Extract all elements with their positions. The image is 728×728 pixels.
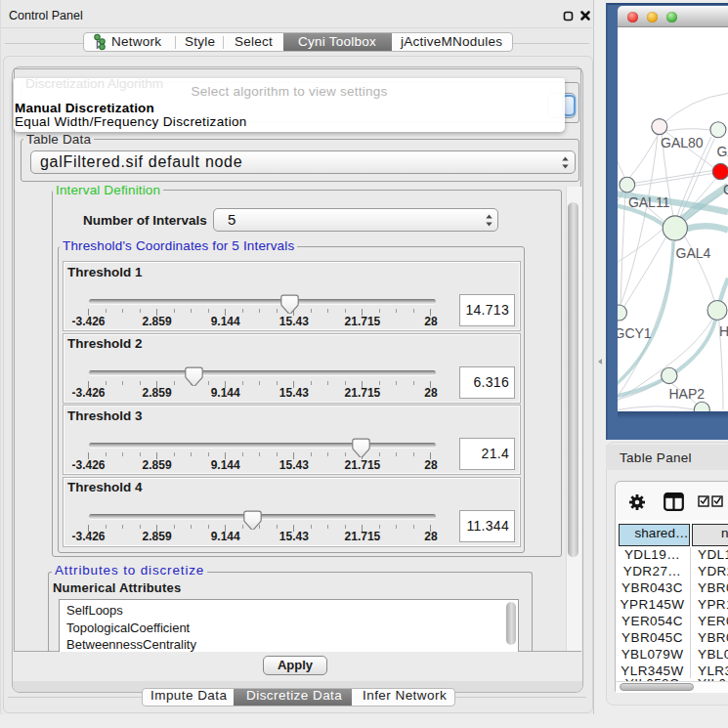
svg-text:HI: HI [719, 323, 728, 339]
svg-text:HAP2: HAP2 [669, 386, 706, 402]
svg-text:GCY1: GCY1 [618, 325, 652, 341]
svg-text:GAL4: GAL4 [676, 245, 711, 261]
svg-text:GA: GA [717, 144, 728, 159]
svg-text:GAL11: GAL11 [628, 194, 670, 210]
svg-text:CY: CY [723, 182, 728, 197]
svg-text:GAL80: GAL80 [661, 135, 704, 150]
